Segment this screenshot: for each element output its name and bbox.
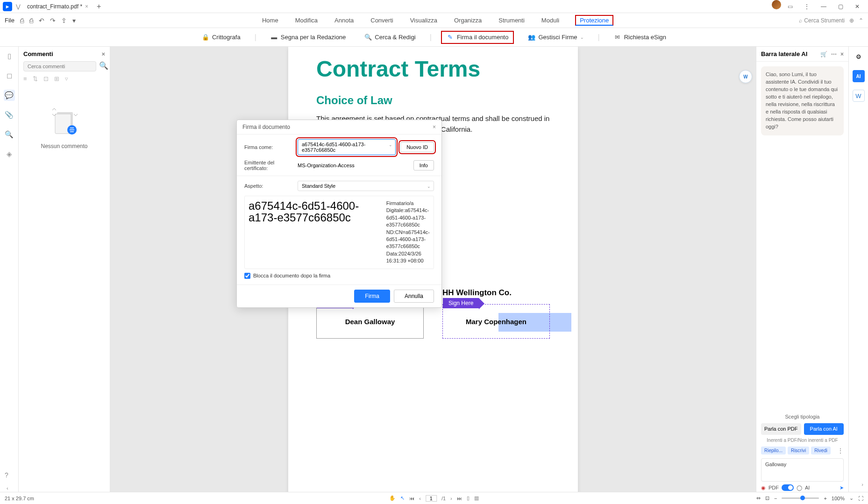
settings-sliders-icon[interactable]: ⚙ bbox=[853, 50, 865, 63]
thumbnails-icon[interactable]: ▯ bbox=[4, 50, 15, 62]
ribbon-richiesta-esign[interactable]: ✉ Richiesta eSign bbox=[609, 32, 671, 43]
tab-annota[interactable]: Annota bbox=[334, 15, 355, 26]
kebab-menu-icon[interactable]: ⋮ bbox=[799, 0, 815, 13]
first-page-icon[interactable]: ⏮ bbox=[409, 496, 414, 501]
sign-as-select[interactable]: a675414c-6d51-4600-a173-e3577c66850c ⌄ bbox=[298, 139, 396, 155]
hand-tool-icon[interactable]: ✋ bbox=[389, 495, 396, 501]
comments-panel: Commenti × 🔍 ≡ ⇅ ⊡ ⊞ ▿ Nessun commento bbox=[19, 47, 110, 495]
redo-icon[interactable]: ↷ bbox=[50, 17, 56, 24]
view-single-icon[interactable]: ▯ bbox=[467, 495, 470, 501]
zoom-out-icon[interactable]: − bbox=[774, 496, 777, 501]
bookmarks-icon[interactable]: ◻ bbox=[4, 70, 15, 81]
ai-chips-more-icon[interactable]: ⋮ bbox=[837, 447, 844, 454]
tab-converti[interactable]: Converti bbox=[370, 15, 394, 26]
last-page-icon[interactable]: ⏭ bbox=[457, 496, 462, 501]
minimize-button[interactable]: — bbox=[816, 0, 832, 13]
new-tab-button[interactable]: + bbox=[93, 2, 105, 11]
layers-icon[interactable]: ◈ bbox=[4, 149, 15, 160]
maximize-button[interactable]: ▢ bbox=[832, 0, 848, 13]
filter-list-icon[interactable]: ≡ bbox=[23, 75, 27, 82]
empty-comments-illustration bbox=[46, 101, 83, 138]
tab-organizza[interactable]: Organizza bbox=[453, 15, 483, 26]
overflow-icon[interactable]: ▾ bbox=[72, 17, 76, 24]
close-button[interactable]: ✕ bbox=[849, 0, 865, 13]
ai-close-icon[interactable]: × bbox=[840, 51, 844, 57]
fullscreen-icon[interactable]: ⛶ bbox=[858, 496, 863, 501]
tab-strumenti[interactable]: Strumenti bbox=[498, 15, 526, 26]
file-menu[interactable]: File bbox=[5, 17, 14, 24]
filter-sort-icon[interactable]: ⇅ bbox=[33, 75, 38, 82]
tab-home[interactable]: Home bbox=[261, 15, 279, 26]
comments-search-input[interactable] bbox=[23, 61, 96, 71]
undo-icon[interactable]: ↶ bbox=[39, 17, 44, 24]
search-icon[interactable]: 🔍 bbox=[99, 61, 108, 71]
save-icon[interactable]: ⎙ bbox=[20, 17, 24, 24]
ai-badge-icon[interactable]: AI bbox=[853, 70, 865, 82]
ribbon-firma-documento[interactable]: ✎ Firma il documento bbox=[441, 31, 514, 44]
help-icon[interactable]: ? bbox=[5, 471, 8, 479]
word-export-badge[interactable]: W bbox=[739, 70, 752, 83]
signature-preview-id: a675414c-6d51-4600-a173-e3577c66850c bbox=[249, 200, 382, 265]
tab-close-icon[interactable]: × bbox=[85, 3, 88, 10]
view-continuous-icon[interactable]: ▥ bbox=[474, 495, 479, 501]
share-icon[interactable]: ⇪ bbox=[61, 17, 67, 24]
search-tools[interactable]: ⌕ Cerca Strumenti bbox=[799, 17, 845, 24]
ai-chip-rivedi[interactable]: Rivedi bbox=[811, 447, 831, 454]
word-icon[interactable]: W bbox=[853, 90, 865, 102]
document-tab[interactable]: contract_Firmato.pdf * × bbox=[22, 0, 93, 13]
zoom-in-icon[interactable]: + bbox=[824, 496, 826, 501]
select-tool-icon[interactable]: ↖ bbox=[400, 495, 405, 501]
info-button[interactable]: Info bbox=[413, 160, 434, 170]
ribbon-crittografa[interactable]: 🔒 Crittografa bbox=[197, 32, 245, 43]
notifications-icon[interactable]: ▭ bbox=[782, 0, 798, 13]
zoom-slider[interactable] bbox=[782, 497, 819, 499]
collapse-right-icon[interactable]: › bbox=[861, 482, 863, 487]
lock-document-checkbox[interactable] bbox=[244, 273, 250, 279]
search-panel-icon[interactable]: 🔍 bbox=[4, 129, 15, 140]
filter-b-icon[interactable]: ⊞ bbox=[54, 75, 59, 82]
avatar[interactable] bbox=[772, 0, 781, 9]
fit-width-icon[interactable]: ⇔ bbox=[756, 495, 761, 501]
ai-mode-pdf[interactable]: Parla con PDF bbox=[761, 423, 801, 435]
filter-funnel-icon[interactable]: ▿ bbox=[65, 75, 68, 82]
ai-cart-icon[interactable]: 🛒 bbox=[820, 51, 827, 57]
tab-visualizza[interactable]: Visualizza bbox=[409, 15, 438, 26]
signature-box-a[interactable]: Sign Here Dean Galloway bbox=[316, 304, 424, 339]
ai-more-icon[interactable]: ⋯ bbox=[831, 51, 837, 57]
send-icon[interactable]: ➤ bbox=[840, 485, 844, 491]
filter-a-icon[interactable]: ⊡ bbox=[43, 75, 49, 82]
next-page-icon[interactable]: › bbox=[450, 496, 452, 501]
sign-doc-icon: ✎ bbox=[447, 34, 454, 41]
expand-icon[interactable]: ⌃ bbox=[859, 17, 863, 24]
fit-page-icon[interactable]: ⊡ bbox=[765, 495, 769, 501]
comments-empty-state: Nessun commento bbox=[23, 101, 105, 149]
ribbon-gestisci-firme[interactable]: 👥 Gestisci Firme ⌄ bbox=[523, 32, 588, 43]
pdf-toggle-switch[interactable] bbox=[782, 484, 794, 491]
print-icon[interactable]: ⎙ bbox=[29, 17, 33, 24]
feedback-icon[interactable]: ⊕ bbox=[849, 17, 854, 24]
cancel-button[interactable]: Annulla bbox=[394, 290, 434, 303]
comments-icon[interactable]: 💬 bbox=[4, 90, 15, 101]
ai-chip-riscrivi[interactable]: Riscrivi bbox=[788, 447, 809, 454]
aspect-select[interactable]: Standard Style ⌄ bbox=[298, 181, 434, 191]
sign-here-badge-b: Sign Here bbox=[443, 298, 479, 308]
sign-button[interactable]: Firma bbox=[354, 290, 390, 303]
tab-modifica[interactable]: Modifica bbox=[294, 15, 319, 26]
collapse-left-icon[interactable]: ‹ bbox=[7, 485, 8, 491]
tab-protezione[interactable]: Protezione bbox=[575, 15, 613, 26]
comments-close-icon[interactable]: × bbox=[101, 50, 105, 57]
ai-chip-riepilogo[interactable]: Riepilo... bbox=[761, 447, 786, 454]
prev-page-icon[interactable]: ‹ bbox=[419, 496, 421, 501]
new-id-button[interactable]: Nuovo ID bbox=[400, 142, 434, 152]
page-number-input[interactable] bbox=[426, 495, 437, 502]
attachments-icon[interactable]: 📎 bbox=[4, 109, 15, 121]
zoom-dropdown-icon[interactable]: ⌄ bbox=[849, 495, 854, 501]
signature-box-b[interactable]: Sign Here Mary Copenhagen bbox=[442, 304, 550, 339]
ribbon-redazione[interactable]: ▬ Segna per la Redazione bbox=[266, 32, 351, 43]
ai-mode-ai[interactable]: Parla con AI bbox=[804, 423, 844, 435]
tab-moduli[interactable]: Moduli bbox=[541, 15, 560, 26]
ai-sidebar-title: Barra laterale AI bbox=[761, 50, 807, 57]
ribbon-cerca-redigi[interactable]: 🔍 Cerca & Redigi bbox=[360, 32, 420, 43]
modal-close-icon[interactable]: × bbox=[433, 124, 436, 130]
ai-input[interactable]: Galloway bbox=[761, 458, 844, 482]
